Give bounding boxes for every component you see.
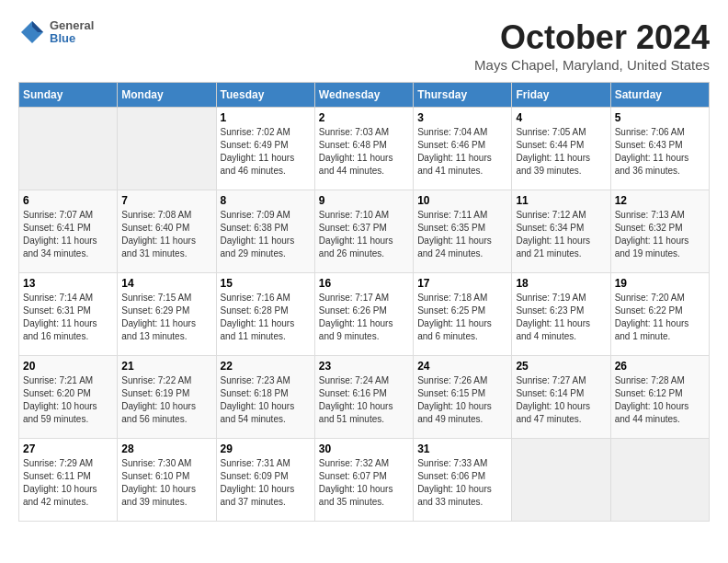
day-number: 26 — [615, 360, 705, 373]
day-number: 3 — [417, 111, 507, 124]
day-detail: Sunrise: 7:14 AM Sunset: 6:31 PM Dayligh… — [23, 292, 113, 343]
logo: General Blue — [18, 18, 94, 46]
location: Mays Chapel, Maryland, United States — [474, 57, 710, 73]
day-number: 27 — [23, 442, 113, 455]
day-number: 28 — [121, 442, 211, 455]
logo-text: General Blue — [50, 19, 94, 46]
day-detail: Sunrise: 7:08 AM Sunset: 6:40 PM Dayligh… — [121, 209, 211, 260]
day-number: 22 — [221, 360, 311, 373]
day-detail: Sunrise: 7:07 AM Sunset: 6:41 PM Dayligh… — [23, 209, 113, 260]
calendar-header: Sunday Monday Tuesday Wednesday Thursday… — [19, 83, 710, 108]
month-title: October 2024 — [474, 18, 710, 57]
day-detail: Sunrise: 7:23 AM Sunset: 6:18 PM Dayligh… — [221, 374, 311, 426]
calendar-cell: 17Sunrise: 7:18 AM Sunset: 6:25 PM Dayli… — [414, 273, 512, 356]
weekday-row: Sunday Monday Tuesday Wednesday Thursday… — [19, 83, 710, 108]
calendar-cell: 19Sunrise: 7:20 AM Sunset: 6:22 PM Dayli… — [610, 273, 709, 356]
calendar-week-5: 27Sunrise: 7:29 AM Sunset: 6:11 PM Dayli… — [19, 439, 710, 522]
calendar-cell: 22Sunrise: 7:23 AM Sunset: 6:18 PM Dayli… — [216, 356, 314, 439]
day-detail: Sunrise: 7:33 AM Sunset: 6:06 PM Dayligh… — [417, 457, 507, 509]
day-detail: Sunrise: 7:27 AM Sunset: 6:14 PM Dayligh… — [516, 374, 606, 426]
calendar-cell: 7Sunrise: 7:08 AM Sunset: 6:40 PM Daylig… — [118, 190, 216, 273]
calendar-cell — [118, 108, 216, 190]
day-number: 11 — [516, 194, 606, 207]
logo-general: General — [50, 19, 94, 32]
calendar-cell: 30Sunrise: 7:32 AM Sunset: 6:07 PM Dayli… — [314, 439, 413, 522]
day-detail: Sunrise: 7:10 AM Sunset: 6:37 PM Dayligh… — [319, 209, 409, 260]
day-number: 14 — [121, 277, 211, 290]
calendar-cell: 11Sunrise: 7:12 AM Sunset: 6:34 PM Dayli… — [512, 190, 610, 273]
day-detail: Sunrise: 7:19 AM Sunset: 6:23 PM Dayligh… — [516, 292, 606, 343]
calendar-body: 1Sunrise: 7:02 AM Sunset: 6:49 PM Daylig… — [19, 108, 710, 522]
calendar-cell: 24Sunrise: 7:26 AM Sunset: 6:15 PM Dayli… — [414, 356, 512, 439]
calendar-cell: 13Sunrise: 7:14 AM Sunset: 6:31 PM Dayli… — [19, 273, 118, 356]
day-detail: Sunrise: 7:24 AM Sunset: 6:16 PM Dayligh… — [319, 374, 409, 426]
calendar-cell: 2Sunrise: 7:03 AM Sunset: 6:48 PM Daylig… — [314, 108, 413, 190]
calendar-table: Sunday Monday Tuesday Wednesday Thursday… — [18, 82, 710, 522]
col-friday: Friday — [512, 83, 610, 108]
day-detail: Sunrise: 7:16 AM Sunset: 6:28 PM Dayligh… — [221, 292, 311, 343]
calendar-cell: 31Sunrise: 7:33 AM Sunset: 6:06 PM Dayli… — [414, 439, 512, 522]
calendar-cell: 12Sunrise: 7:13 AM Sunset: 6:32 PM Dayli… — [610, 190, 709, 273]
day-detail: Sunrise: 7:31 AM Sunset: 6:09 PM Dayligh… — [221, 457, 311, 509]
day-number: 7 — [121, 194, 211, 207]
calendar-cell: 6Sunrise: 7:07 AM Sunset: 6:41 PM Daylig… — [19, 190, 118, 273]
day-detail: Sunrise: 7:03 AM Sunset: 6:48 PM Dayligh… — [319, 126, 409, 178]
day-detail: Sunrise: 7:32 AM Sunset: 6:07 PM Dayligh… — [319, 457, 409, 509]
calendar-cell: 26Sunrise: 7:28 AM Sunset: 6:12 PM Dayli… — [610, 356, 709, 439]
day-detail: Sunrise: 7:11 AM Sunset: 6:35 PM Dayligh… — [417, 209, 507, 260]
calendar-cell: 29Sunrise: 7:31 AM Sunset: 6:09 PM Dayli… — [216, 439, 314, 522]
day-detail: Sunrise: 7:29 AM Sunset: 6:11 PM Dayligh… — [23, 457, 113, 509]
calendar-cell — [19, 108, 118, 190]
day-number: 9 — [319, 194, 409, 207]
day-number: 23 — [319, 360, 409, 373]
day-detail: Sunrise: 7:17 AM Sunset: 6:26 PM Dayligh… — [319, 292, 409, 343]
calendar-week-2: 6Sunrise: 7:07 AM Sunset: 6:41 PM Daylig… — [19, 190, 710, 273]
calendar-cell: 25Sunrise: 7:27 AM Sunset: 6:14 PM Dayli… — [512, 356, 610, 439]
day-detail: Sunrise: 7:09 AM Sunset: 6:38 PM Dayligh… — [221, 209, 311, 260]
day-number: 25 — [516, 360, 606, 373]
day-number: 6 — [23, 194, 113, 207]
day-detail: Sunrise: 7:15 AM Sunset: 6:29 PM Dayligh… — [121, 292, 211, 343]
calendar-cell: 23Sunrise: 7:24 AM Sunset: 6:16 PM Dayli… — [314, 356, 413, 439]
day-detail: Sunrise: 7:20 AM Sunset: 6:22 PM Dayligh… — [615, 292, 705, 343]
logo-icon — [18, 18, 46, 46]
col-sunday: Sunday — [19, 83, 118, 108]
day-detail: Sunrise: 7:05 AM Sunset: 6:44 PM Dayligh… — [516, 126, 606, 178]
day-number: 18 — [516, 277, 606, 290]
day-number: 19 — [615, 277, 705, 290]
day-number: 13 — [23, 277, 113, 290]
day-detail: Sunrise: 7:26 AM Sunset: 6:15 PM Dayligh… — [417, 374, 507, 426]
calendar-week-1: 1Sunrise: 7:02 AM Sunset: 6:49 PM Daylig… — [19, 108, 710, 190]
day-number: 24 — [417, 360, 507, 373]
calendar-cell: 4Sunrise: 7:05 AM Sunset: 6:44 PM Daylig… — [512, 108, 610, 190]
day-number: 15 — [221, 277, 311, 290]
day-number: 31 — [417, 442, 507, 455]
day-detail: Sunrise: 7:12 AM Sunset: 6:34 PM Dayligh… — [516, 209, 606, 260]
day-number: 21 — [121, 360, 211, 373]
day-detail: Sunrise: 7:06 AM Sunset: 6:43 PM Dayligh… — [615, 126, 705, 178]
calendar-cell: 28Sunrise: 7:30 AM Sunset: 6:10 PM Dayli… — [118, 439, 216, 522]
calendar-cell: 20Sunrise: 7:21 AM Sunset: 6:20 PM Dayli… — [19, 356, 118, 439]
calendar-cell: 21Sunrise: 7:22 AM Sunset: 6:19 PM Dayli… — [118, 356, 216, 439]
day-number: 5 — [615, 111, 705, 124]
calendar-cell: 27Sunrise: 7:29 AM Sunset: 6:11 PM Dayli… — [19, 439, 118, 522]
title-section: October 2024 Mays Chapel, Maryland, Unit… — [474, 18, 710, 73]
day-number: 17 — [417, 277, 507, 290]
page-header: General Blue October 2024 Mays Chapel, M… — [18, 18, 710, 73]
calendar-cell: 16Sunrise: 7:17 AM Sunset: 6:26 PM Dayli… — [314, 273, 413, 356]
calendar-cell: 5Sunrise: 7:06 AM Sunset: 6:43 PM Daylig… — [610, 108, 709, 190]
day-detail: Sunrise: 7:30 AM Sunset: 6:10 PM Dayligh… — [121, 457, 211, 509]
calendar-cell: 9Sunrise: 7:10 AM Sunset: 6:37 PM Daylig… — [314, 190, 413, 273]
day-number: 30 — [319, 442, 409, 455]
day-detail: Sunrise: 7:18 AM Sunset: 6:25 PM Dayligh… — [417, 292, 507, 343]
day-number: 29 — [221, 442, 311, 455]
calendar-cell: 10Sunrise: 7:11 AM Sunset: 6:35 PM Dayli… — [414, 190, 512, 273]
calendar-cell — [512, 439, 610, 522]
day-number: 2 — [319, 111, 409, 124]
day-detail: Sunrise: 7:02 AM Sunset: 6:49 PM Dayligh… — [221, 126, 311, 178]
calendar-cell: 15Sunrise: 7:16 AM Sunset: 6:28 PM Dayli… — [216, 273, 314, 356]
day-detail: Sunrise: 7:28 AM Sunset: 6:12 PM Dayligh… — [615, 374, 705, 426]
logo-blue: Blue — [50, 32, 94, 45]
calendar-week-4: 20Sunrise: 7:21 AM Sunset: 6:20 PM Dayli… — [19, 356, 710, 439]
day-number: 4 — [516, 111, 606, 124]
